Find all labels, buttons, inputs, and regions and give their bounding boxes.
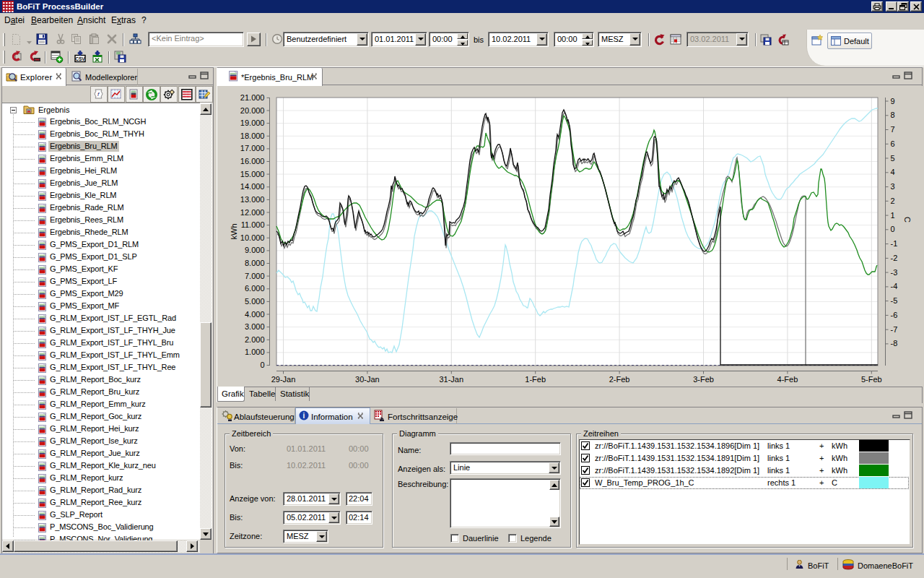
svg-text:14.000: 14.000 bbox=[240, 182, 265, 191]
svg-text:3.000: 3.000 bbox=[245, 322, 265, 331]
svg-text:21.000: 21.000 bbox=[240, 93, 265, 102]
svg-text:20.000: 20.000 bbox=[240, 106, 265, 115]
svg-text:31-Jan: 31-Jan bbox=[439, 375, 463, 384]
svg-text:5: 5 bbox=[891, 154, 895, 163]
svg-text:5-Feb: 5-Feb bbox=[861, 375, 882, 384]
svg-text:6: 6 bbox=[891, 139, 895, 148]
svg-text:-4: -4 bbox=[891, 282, 898, 290]
svg-text:2: 2 bbox=[891, 197, 895, 205]
svg-text:2-Feb: 2-Feb bbox=[609, 375, 630, 384]
svg-text:9.000: 9.000 bbox=[245, 246, 265, 254]
svg-text:1-Feb: 1-Feb bbox=[525, 375, 546, 384]
svg-text:i: i bbox=[303, 412, 305, 420]
svg-text:-8: -8 bbox=[891, 339, 898, 348]
svg-text:10.000: 10.000 bbox=[240, 233, 265, 242]
svg-text:-3: -3 bbox=[891, 268, 898, 277]
svg-text:9: 9 bbox=[891, 97, 895, 105]
svg-text:2.000: 2.000 bbox=[245, 335, 265, 344]
svg-text:13.000: 13.000 bbox=[240, 195, 265, 204]
svg-text:-5: -5 bbox=[891, 296, 898, 305]
svg-text:0: 0 bbox=[260, 361, 264, 369]
svg-text:29-Jan: 29-Jan bbox=[271, 375, 296, 384]
svg-text:16.000: 16.000 bbox=[240, 157, 265, 165]
svg-text:8.000: 8.000 bbox=[245, 259, 265, 267]
svg-text:12.000: 12.000 bbox=[240, 208, 265, 217]
svg-text:kWh: kWh bbox=[230, 223, 238, 239]
svg-text:CSV: CSV bbox=[75, 56, 85, 61]
svg-text:-1: -1 bbox=[891, 239, 898, 248]
svg-text:7: 7 bbox=[891, 125, 895, 134]
svg-text:17.000: 17.000 bbox=[240, 144, 265, 152]
svg-text:0: 0 bbox=[891, 225, 895, 233]
svg-text:C: C bbox=[903, 217, 912, 223]
svg-text:6.000: 6.000 bbox=[245, 284, 265, 293]
svg-text:-2: -2 bbox=[891, 254, 898, 262]
svg-text:4-Feb: 4-Feb bbox=[777, 375, 798, 384]
svg-text:5.000: 5.000 bbox=[245, 297, 265, 306]
svg-text:15.000: 15.000 bbox=[240, 170, 265, 178]
svg-text:1.000: 1.000 bbox=[245, 348, 265, 356]
svg-text:3: 3 bbox=[891, 182, 895, 191]
svg-text:11.000: 11.000 bbox=[241, 220, 265, 229]
svg-text:-6: -6 bbox=[891, 311, 898, 319]
svg-text:4: 4 bbox=[891, 168, 895, 176]
svg-text:3-Feb: 3-Feb bbox=[693, 375, 714, 384]
svg-text:30-Jan: 30-Jan bbox=[355, 375, 380, 384]
svg-text:19.000: 19.000 bbox=[240, 118, 265, 127]
svg-text:18.000: 18.000 bbox=[240, 131, 265, 140]
svg-text:-7: -7 bbox=[891, 325, 898, 334]
svg-text:7.000: 7.000 bbox=[245, 272, 265, 280]
svg-text:8: 8 bbox=[891, 111, 895, 119]
svg-text:4.000: 4.000 bbox=[245, 310, 265, 319]
svg-text:1: 1 bbox=[891, 211, 895, 220]
